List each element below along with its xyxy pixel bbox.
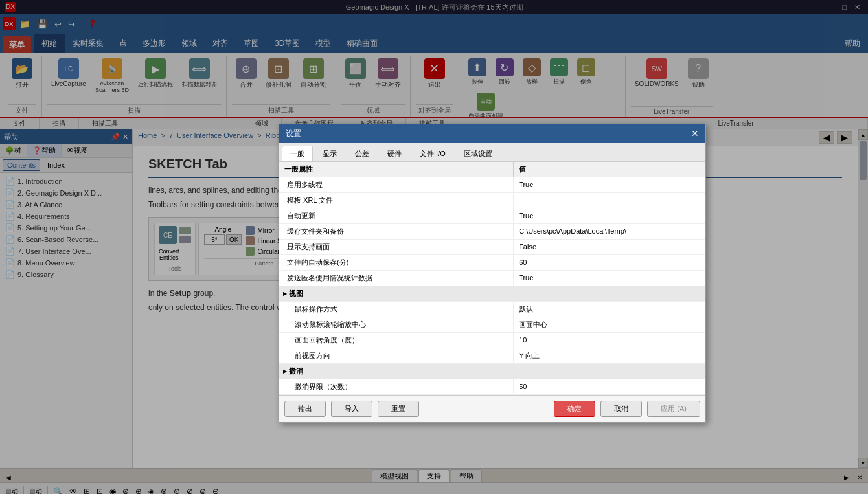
- dialog-scroll-area[interactable]: 一般属性 值 启用多线程 True 模板 XRL 文件: [279, 162, 705, 395]
- prop-val-mouse: 默认: [514, 301, 705, 317]
- prop-name-template: 模板 XRL 文件: [279, 192, 514, 208]
- dialog-title-text: 设置: [286, 128, 301, 139]
- prop-name-scroll-center: 滚动鼠标滚轮缩放中心: [279, 317, 514, 332]
- prop-val-autoupdate: True: [514, 208, 705, 223]
- prop-val-rotate-angle: 10: [514, 332, 705, 348]
- prop-name-autoupdate: 自动更新: [279, 208, 514, 223]
- prop-name-cache: 缓存文件夹和备份: [279, 223, 514, 239]
- prop-name-support: 显示支持画面: [279, 239, 514, 254]
- table-row: 滚动鼠标滚轮缩放中心 画面中心: [279, 317, 705, 332]
- dialog-tab-display[interactable]: 显示: [314, 146, 345, 161]
- prop-val-cache: C:\Users\pc\AppData\Local\Temp\: [514, 223, 705, 239]
- dialog-body: 一般属性 值 启用多线程 True 模板 XRL 文件: [279, 162, 705, 395]
- table-row: 显示支持画面 False: [279, 239, 705, 254]
- settings-dialog: 设置 ✕ 一般 显示 公差 硬件 文件 I/O 区域设置 一般属性 值: [279, 124, 706, 423]
- import-button[interactable]: 导入: [331, 401, 372, 417]
- prop-val-support: False: [514, 239, 705, 254]
- dialog-tab-region[interactable]: 区域设置: [455, 146, 501, 161]
- prop-val-autosave: 60: [514, 254, 705, 270]
- dialog-tab-fileio[interactable]: 文件 I/O: [411, 146, 454, 161]
- table-row: 模板 XRL 文件: [279, 192, 705, 208]
- prop-val-scroll-center: 画面中心: [514, 317, 705, 332]
- table-row: 自动更新 True: [279, 208, 705, 223]
- export-button[interactable]: 输出: [284, 401, 326, 417]
- prop-name-front-view: 前视图方向: [279, 348, 514, 363]
- prop-val-template: [514, 192, 705, 208]
- confirm-button[interactable]: 确定: [554, 401, 595, 417]
- prop-name-stats: 发送匿名使用情况统计数据: [279, 270, 514, 286]
- table-row: 启用多线程 True: [279, 177, 705, 192]
- table-row: 前视图方向 Y 向上: [279, 348, 705, 363]
- col-value: 值: [514, 162, 705, 177]
- section-row-view: ▸ 视图: [279, 286, 705, 301]
- reset-button[interactable]: 重置: [378, 401, 419, 417]
- dialog-close-button[interactable]: ✕: [691, 128, 699, 139]
- apply-button[interactable]: 应用 (A): [647, 401, 700, 417]
- cancel-button[interactable]: 取消: [600, 401, 642, 417]
- table-row: 发送匿名使用情况统计数据 True: [279, 270, 705, 286]
- section-row-undo: ▸ 撤消: [279, 363, 705, 379]
- prop-val-undo-limit: 50: [514, 379, 705, 394]
- table-row: 文件的自动保存(分) 60: [279, 254, 705, 270]
- section-label-undo: ▸ 撤消: [279, 363, 705, 379]
- dialog-tabs: 一般 显示 公差 硬件 文件 I/O 区域设置: [279, 143, 705, 162]
- prop-val-stats: True: [514, 270, 705, 286]
- col-property: 一般属性: [279, 162, 514, 177]
- prop-name-autosave: 文件的自动保存(分): [279, 254, 514, 270]
- dialog-footer: 输出 导入 重置 确定 取消 应用 (A): [279, 395, 705, 422]
- prop-name-mouse: 鼠标操作方式: [279, 301, 514, 317]
- prop-val-multithread: True: [514, 177, 705, 192]
- section-label-view: ▸ 视图: [279, 286, 705, 301]
- table-row: 画面回转角度（度） 10: [279, 332, 705, 348]
- dialog-tab-hardware[interactable]: 硬件: [379, 146, 410, 161]
- table-row: 缓存文件夹和备份 C:\Users\pc\AppData\Local\Temp\: [279, 223, 705, 239]
- prop-name-multithread: 启用多线程: [279, 177, 514, 192]
- dialog-tab-general[interactable]: 一般: [282, 146, 313, 161]
- table-row: 撤消界限（次数） 50: [279, 379, 705, 394]
- dialog-title-bar: 设置 ✕: [279, 124, 705, 143]
- dialog-tab-tolerance[interactable]: 公差: [347, 146, 378, 161]
- dialog-overlay: 设置 ✕ 一般 显示 公差 硬件 文件 I/O 区域设置 一般属性 值: [0, 0, 868, 494]
- table-header-row: 一般属性 值: [279, 162, 705, 177]
- prop-val-front-view: Y 向上: [514, 348, 705, 363]
- prop-name-rotate-angle: 画面回转角度（度）: [279, 332, 514, 348]
- table-row: 鼠标操作方式 默认: [279, 301, 705, 317]
- prop-name-undo-limit: 撤消界限（次数）: [279, 379, 514, 394]
- properties-table: 一般属性 值 启用多线程 True 模板 XRL 文件: [279, 162, 705, 395]
- footer-spacer: [424, 401, 549, 417]
